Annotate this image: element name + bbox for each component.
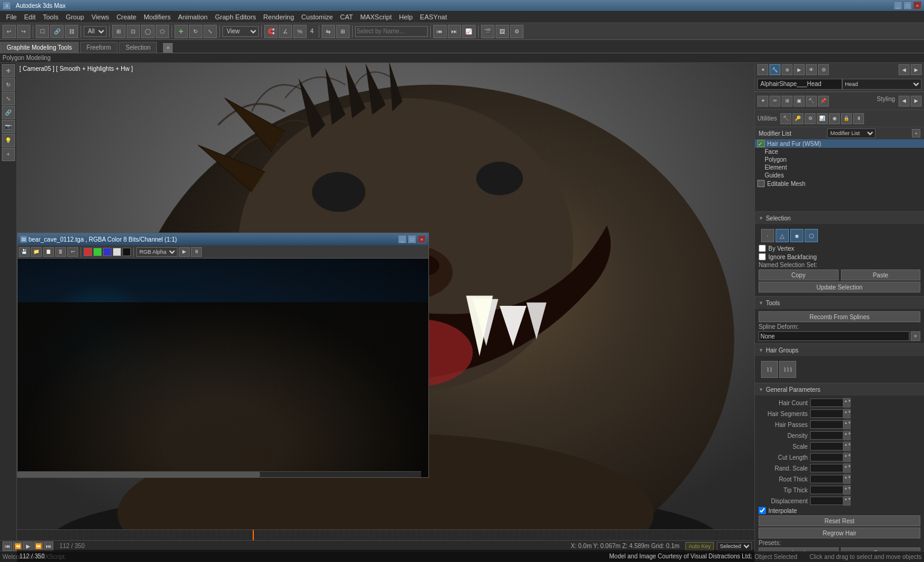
interpolate-cb[interactable] — [759, 507, 766, 514]
root-thick-input[interactable]: 0.0 — [810, 475, 843, 483]
scale-input[interactable]: 100.0 — [810, 442, 843, 451]
panel-icon-display[interactable]: 👁 — [806, 64, 817, 75]
viewport[interactable]: [ Camera05 ] [ Smooth + Highlights + Hw … — [17, 63, 754, 562]
reset-rest-btn[interactable]: Reset Rest — [759, 515, 920, 526]
panel-icon-extra1[interactable]: ◀ — [899, 64, 909, 75]
menu-group[interactable]: Group — [62, 12, 88, 22]
selection-paste-btn[interactable]: Paste — [841, 269, 921, 280]
gen-params-header[interactable]: General Parameters — [755, 383, 924, 395]
menu-customize[interactable]: Customize — [297, 12, 336, 22]
hair-passes-input[interactable]: 3 — [810, 420, 843, 429]
view-dropdown[interactable]: View — [222, 26, 259, 37]
toolbar-select-by-name[interactable]: ⊞ — [112, 25, 125, 38]
displacement-spinner[interactable]: ▲▼ — [843, 496, 851, 506]
img-color-blue[interactable] — [103, 248, 111, 256]
hair-count-spinner[interactable]: ▲▼ — [843, 398, 851, 408]
modifier-item-element[interactable]: Element — [762, 164, 924, 171]
toolbar-render[interactable]: 🎬 — [481, 25, 494, 38]
mod-checkbox-2[interactable] — [757, 180, 765, 187]
toolbar-percent[interactable]: % — [293, 25, 307, 38]
density-input[interactable]: 100.0 — [810, 431, 843, 440]
select-filter-dropdown[interactable]: All — [84, 26, 107, 37]
toolbar-select-circle[interactable]: ◯ — [141, 25, 155, 38]
mod-checkbox-1[interactable]: ✓ — [757, 140, 765, 147]
img-hscrollbar[interactable] — [18, 471, 421, 477]
tip-thick-input[interactable]: 0.0 — [810, 486, 843, 494]
selection-copy-btn[interactable]: Copy — [759, 269, 839, 280]
toolbar-anim-prev[interactable]: ⏮ — [433, 25, 447, 38]
util-icon-3[interactable]: ⚙ — [805, 113, 816, 124]
img-channel-select[interactable]: RGB Alpha — [136, 247, 178, 257]
spline-deform-input[interactable] — [759, 331, 909, 341]
hg-icon-2[interactable]: ⌇⌇⌇ — [779, 361, 796, 378]
menu-edit[interactable]: Edit — [21, 12, 39, 22]
sel-vertex-icon[interactable]: · — [761, 229, 774, 242]
util-icon-6[interactable]: 🔒 — [841, 113, 852, 124]
tool-light[interactable]: 💡 — [2, 134, 15, 147]
style-icon-1[interactable]: ✦ — [757, 96, 768, 107]
tool-move[interactable]: ✛ — [2, 64, 15, 78]
img-win-maximize[interactable]: □ — [408, 235, 416, 243]
menu-easynat[interactable]: EASYnat — [416, 12, 451, 22]
toolbar-select-rect[interactable]: ⊡ — [127, 25, 140, 38]
style-icon-3[interactable]: ⊞ — [782, 96, 793, 107]
panel-icon-utilities[interactable]: ⚙ — [818, 64, 829, 75]
tool-helper[interactable]: + — [2, 148, 15, 161]
style-icon-2[interactable]: ✏ — [769, 96, 780, 107]
timeline-track[interactable] — [17, 530, 754, 540]
menu-graph-editors[interactable]: Graph Editors — [211, 12, 260, 22]
toolbar-curve-editor[interactable]: 📈 — [462, 25, 476, 38]
style-icon-5[interactable]: 🔨 — [806, 96, 817, 107]
hair-groups-header[interactable]: Hair Groups — [755, 344, 924, 356]
maximize-btn[interactable]: □ — [903, 1, 912, 10]
panel-icon-extra2[interactable]: ▶ — [911, 64, 922, 75]
key-filter-select[interactable]: Selected — [717, 542, 752, 550]
img-stop-btn[interactable]: ⏸ — [191, 247, 202, 257]
modifier-item-face[interactable]: Face — [762, 148, 924, 156]
tab-freeform[interactable]: Freeform — [80, 42, 118, 53]
hair-count-input[interactable]: 15000 — [810, 398, 843, 407]
modifier-item-guides[interactable]: Guides — [762, 171, 924, 179]
hair-passes-spinner[interactable]: ▲▼ — [843, 420, 851, 429]
tool-rotate[interactable]: ↻ — [2, 78, 15, 91]
menu-create[interactable]: Create — [113, 12, 140, 22]
cut-length-input[interactable]: 100.0 — [810, 453, 843, 461]
root-thick-spinner[interactable]: ▲▼ — [843, 474, 851, 484]
img-hscroll-thumb[interactable] — [18, 472, 260, 477]
displacement-input[interactable]: 0.0 — [810, 497, 843, 505]
toolbar-array[interactable]: ⊞ — [336, 25, 350, 38]
menu-modifiers[interactable]: Modifiers — [140, 12, 174, 22]
toolbar-select[interactable]: ☐ — [36, 25, 49, 38]
modifier-item-polygon[interactable]: Polygon — [762, 156, 924, 164]
selection-header[interactable]: Selection — [755, 212, 924, 224]
util-icon-1[interactable]: 🔨 — [780, 113, 791, 124]
cut-length-spinner[interactable]: ▲▼ — [843, 452, 851, 462]
toolbar-render-frame[interactable]: 🖼 — [496, 25, 509, 38]
hair-segments-input[interactable]: 5 — [810, 409, 843, 418]
util-rollout-btn[interactable]: ⏸ — [853, 113, 864, 124]
toolbar-scale[interactable]: ⤡ — [204, 25, 217, 38]
menu-tools[interactable]: Tools — [39, 12, 62, 22]
ignore-backfacing-cb[interactable] — [759, 253, 766, 260]
panel-icon-hierarchy[interactable]: ⊕ — [782, 64, 793, 75]
menu-animation[interactable]: Animation — [174, 12, 211, 22]
img-color-green[interactable] — [93, 248, 102, 256]
update-selection-btn[interactable]: Update Selection — [759, 282, 920, 293]
sel-poly-icon[interactable]: ■ — [790, 229, 803, 242]
modifier-dropdown[interactable]: Modifier List — [827, 128, 876, 138]
toolbar-snap[interactable]: 🧲 — [264, 25, 278, 38]
modifier-item-hair-fur[interactable]: ✓ Hair and Fur (WSM) — [755, 139, 924, 148]
tools-header[interactable]: Tools — [755, 297, 924, 309]
style-icon-r2[interactable]: ▶ — [911, 96, 922, 107]
params-area[interactable]: Selection · △ ■ ⬡ By Vertex I — [755, 212, 924, 562]
spline-deform-btn[interactable]: × — [911, 331, 920, 341]
style-icon-4[interactable]: ▣ — [794, 96, 805, 107]
menu-views[interactable]: Views — [88, 12, 113, 22]
menu-rendering[interactable]: Rendering — [260, 12, 298, 22]
img-save-btn[interactable]: 💾 — [19, 247, 30, 257]
toolbar-link[interactable]: 🔗 — [50, 25, 64, 38]
menu-help[interactable]: Help — [395, 12, 416, 22]
tool-scale[interactable]: ⤡ — [2, 92, 15, 105]
panel-icon-create[interactable]: ✦ — [757, 64, 768, 75]
toolbar-rotate[interactable]: ↻ — [189, 25, 202, 38]
